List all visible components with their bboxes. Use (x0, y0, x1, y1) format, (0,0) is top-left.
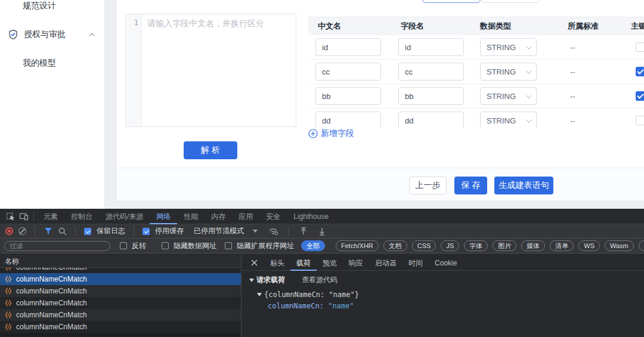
cn-name-input[interactable] (315, 112, 381, 127)
tab-security[interactable]: 安全 (259, 209, 287, 224)
filter-pill-media[interactable]: 媒体 (521, 240, 545, 251)
data-type-select[interactable]: STRING (480, 38, 537, 56)
search-icon[interactable] (58, 225, 67, 238)
field-name-input[interactable] (398, 112, 464, 127)
throttling-select[interactable]: 已停用节流模式 (194, 226, 244, 236)
generate-ddl-button[interactable]: 生成建表语句 (494, 177, 553, 194)
data-type-select[interactable]: STRING (480, 112, 537, 127)
view-source-link[interactable]: 查看源代码 (302, 275, 338, 285)
import-har-icon[interactable] (297, 225, 310, 238)
primary-key-checkbox[interactable] (636, 67, 644, 76)
tab-memory[interactable]: 内存 (205, 209, 232, 224)
throttling-caret-icon[interactable] (253, 230, 258, 233)
primary-key-checkbox[interactable] (636, 116, 644, 125)
request-row-partial-bottom (0, 333, 241, 337)
preserve-log-label: 保留日志 (97, 226, 125, 236)
detail-tab-payload[interactable]: 载荷 (290, 255, 317, 271)
filter-pill-js[interactable]: JS (441, 240, 459, 251)
add-field-link[interactable]: 新增字段 (308, 127, 354, 140)
sidebar-item-spec-design[interactable]: 规范设计 (23, 1, 56, 11)
model-field-card: 1 请输入字段中文名，并换行区分 解 析 中文名 字段名 数据类型 所属标准 主… (117, 0, 644, 200)
mode-toggle-right-partial[interactable] (481, 0, 540, 3)
data-type-select[interactable]: STRING (480, 63, 537, 81)
tab-lighthouse[interactable]: Lighthouse (287, 209, 335, 224)
request-row-partial[interactable]: columnNameCnMatch (0, 268, 241, 273)
parse-button[interactable]: 解 析 (184, 141, 237, 159)
save-button[interactable]: 保 存 (454, 177, 487, 194)
detail-tab-headers[interactable]: 标头 (264, 255, 290, 271)
primary-key-checkbox[interactable] (636, 42, 644, 52)
disable-cache-checkbox[interactable] (143, 228, 150, 235)
primary-key-checkbox[interactable] (636, 91, 644, 101)
detail-tab-response[interactable]: 响应 (343, 255, 369, 271)
detail-tab-preview[interactable]: 预览 (317, 255, 343, 271)
cn-name-input[interactable] (315, 38, 381, 56)
filter-pill-wasm[interactable]: Wasm (605, 240, 634, 251)
collapse-caret-icon[interactable] (257, 293, 262, 296)
filter-pill-img[interactable]: 图片 (493, 240, 516, 251)
detail-tab-timing[interactable]: 时间 (402, 255, 429, 271)
tab-console[interactable]: 控制台 (64, 209, 99, 224)
fields-table: 中文名 字段名 数据类型 所属标准 主键 STRING -- STRING -- (308, 17, 644, 127)
tab-network[interactable]: 网络 (150, 209, 177, 224)
filter-pill-all[interactable]: 全部 (301, 240, 325, 251)
chevron-down-icon (526, 44, 532, 50)
filter-pill-manifest[interactable]: 清单 (550, 240, 574, 251)
field-name-input[interactable] (398, 38, 464, 56)
network-conditions-icon[interactable] (267, 225, 280, 238)
invert-label: 反转 (132, 241, 146, 251)
field-name-input[interactable] (398, 87, 464, 105)
preserve-log-checkbox[interactable] (84, 228, 91, 235)
request-list-header[interactable]: 名称 (0, 255, 241, 268)
sidebar-item-my-models[interactable]: 我的模型 (23, 58, 56, 69)
sidebar-item-auth-approval[interactable]: 授权与审批 (0, 26, 105, 43)
data-type-select[interactable]: STRING (480, 87, 537, 105)
field-name-editor[interactable]: 1 请输入字段中文名，并换行区分 (125, 14, 296, 127)
device-toolbar-icon[interactable] (17, 210, 30, 223)
request-row[interactable]: columnNameCnMatch (0, 285, 241, 297)
field-name-input[interactable] (398, 63, 464, 81)
filter-pill-fetch-xhr[interactable]: Fetch/XHR (336, 240, 379, 251)
json-braces-icon (4, 268, 13, 271)
request-row-selected[interactable]: columnNameCnMatch (0, 273, 241, 285)
clear-network-log-icon[interactable] (18, 227, 26, 235)
cn-name-input[interactable] (315, 87, 381, 105)
filter-funnel-icon[interactable] (44, 225, 52, 238)
request-detail-panel: 标头 载荷 预览 响应 启动器 时间 Cookie 请求载荷 查看源代码 (242, 255, 644, 337)
tab-application[interactable]: 应用 (232, 209, 259, 224)
close-icon[interactable] (247, 256, 261, 270)
mode-toggle-left-partial[interactable] (422, 0, 481, 3)
tab-sources[interactable]: 源代码/来源 (99, 209, 150, 224)
filter-pill-doc[interactable]: 文档 (383, 240, 407, 251)
network-filter-bar: 反转 隐藏数据网址 隐藏扩展程序网址 全部 Fetch/XHR 文档 CSS J… (0, 239, 644, 253)
data-type-value: STRING (487, 116, 516, 125)
hide-extension-urls-checkbox[interactable] (225, 242, 232, 249)
request-row[interactable]: columnNameCnMatch (0, 297, 241, 309)
json-braces-icon (4, 323, 13, 330)
invert-checkbox[interactable] (120, 242, 127, 249)
filter-pill-other[interactable]: 其他 (639, 240, 644, 251)
divider (134, 227, 134, 236)
filter-pill-ws[interactable]: WS (578, 240, 600, 251)
tab-performance[interactable]: 性能 (177, 209, 205, 224)
record-network-log-icon[interactable] (5, 227, 13, 235)
inspect-element-icon[interactable] (4, 210, 17, 223)
detail-tab-initiator[interactable]: 启动器 (369, 255, 402, 271)
editor-line-number: 1 (126, 14, 142, 126)
json-braces-icon (4, 311, 13, 319)
editor-placeholder: 请输入字段中文名，并换行区分 (142, 14, 270, 126)
detail-tab-cookies[interactable]: Cookie (429, 255, 463, 271)
prev-step-button[interactable]: 上一步 (409, 177, 447, 194)
request-row[interactable]: columnNameCnMatch (0, 309, 241, 321)
export-har-icon[interactable] (315, 225, 329, 238)
hide-data-urls-checkbox[interactable] (162, 242, 169, 249)
col-header-cn-name: 中文名 (318, 17, 341, 35)
filter-pill-font[interactable]: 字体 (464, 240, 488, 251)
request-name: columnNameCnMatch (16, 323, 87, 331)
collapse-caret-icon[interactable] (249, 279, 254, 282)
filter-input[interactable] (4, 241, 110, 251)
filter-pill-css[interactable]: CSS (412, 240, 436, 251)
tab-elements[interactable]: 元素 (37, 209, 64, 224)
request-row[interactable]: columnNameCnMatch (0, 321, 241, 333)
cn-name-input[interactable] (315, 63, 381, 81)
